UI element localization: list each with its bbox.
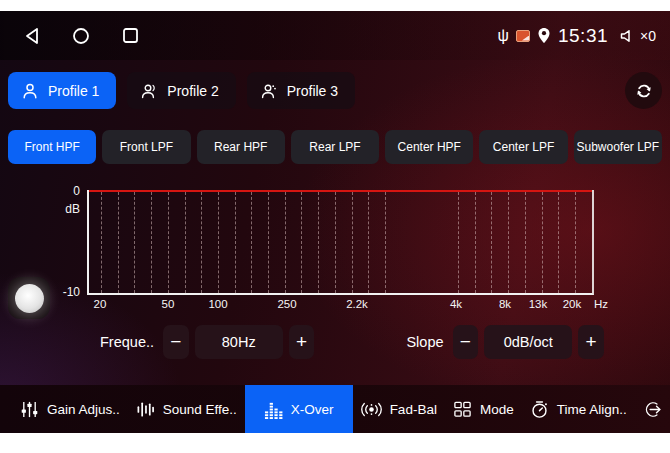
- home-circle-icon[interactable]: [71, 26, 91, 46]
- y-axis-bottom-label: -10: [50, 285, 80, 299]
- tab-center-lpf[interactable]: Center LPF: [479, 130, 567, 164]
- toolbar-gain-adjust[interactable]: Gain Adjus..: [12, 385, 128, 433]
- tab-front-hpf[interactable]: Front HPF: [8, 130, 96, 164]
- profile-1-button[interactable]: Profile 1: [8, 72, 116, 109]
- grid-line: [335, 192, 336, 293]
- toolbar-label: Time Align..: [557, 402, 627, 417]
- mode-grid-icon: [453, 400, 472, 419]
- y-axis-unit-label: dB: [54, 202, 80, 216]
- toolbar-sound-effect[interactable]: Sound Effe..: [128, 385, 245, 433]
- tab-center-hpf[interactable]: Center HPF: [385, 130, 473, 164]
- y-axis-top-label: 0: [58, 184, 80, 198]
- grid-line: [134, 192, 135, 293]
- grid-line: [368, 192, 369, 293]
- grid-line: [201, 192, 202, 293]
- x-tick: 20k: [563, 298, 582, 310]
- crossover-response-plot: [87, 190, 594, 295]
- toolbar-mode[interactable]: Mode: [445, 385, 522, 433]
- toolbar-return[interactable]: Return: [635, 385, 670, 433]
- toolbar-label: X-Over: [291, 402, 334, 417]
- head-unit-screen: ψ 15:31 ×0 Profile 1 Profile 2: [0, 11, 670, 433]
- grid-line: [218, 192, 219, 293]
- back-icon[interactable]: [22, 26, 42, 46]
- grid-line: [475, 192, 476, 293]
- x-tick: 8k: [499, 298, 511, 310]
- tab-rear-lpf[interactable]: Rear LPF: [291, 130, 379, 164]
- sound-effect-eq-icon: [136, 400, 155, 419]
- x-tick: 250: [277, 298, 296, 310]
- android-nav-buttons: [0, 26, 140, 46]
- slope-label: Slope: [406, 334, 443, 350]
- frequency-plus-button[interactable]: +: [289, 325, 315, 359]
- toolbar-label: Gain Adjus..: [47, 402, 120, 417]
- grid-line: [285, 192, 286, 293]
- x-tick: 4k: [450, 298, 462, 310]
- recents-square-icon[interactable]: [120, 26, 140, 46]
- slope-minus-button[interactable]: −: [453, 325, 479, 359]
- slope-plus-button[interactable]: +: [578, 325, 604, 359]
- refresh-sync-icon[interactable]: [625, 72, 662, 109]
- x-tick-labels: 20501002502.2k4k8k13k20kHz: [87, 298, 627, 314]
- status-icons: ψ 15:31 ×0: [498, 25, 670, 47]
- screenshot-mini-icon: [516, 30, 530, 42]
- xover-equalizer-icon: [264, 400, 283, 419]
- x-tick: 20: [94, 298, 107, 310]
- x-tick: Hz: [594, 298, 608, 310]
- x-tick: 2.2k: [346, 298, 368, 310]
- fader-balance-icon: [361, 400, 382, 419]
- profile-label: Profile 3: [287, 83, 338, 99]
- grid-line: [491, 192, 492, 293]
- grid-line: [385, 192, 386, 293]
- profile-label: Profile 1: [48, 83, 99, 99]
- grid-line: [268, 192, 269, 293]
- person-icon: [260, 82, 278, 100]
- person-icon: [21, 82, 39, 100]
- x-tick: 13k: [529, 298, 548, 310]
- volume-mute-count: ×0: [640, 28, 656, 44]
- grid-line: [558, 192, 559, 293]
- grid-line: [458, 192, 459, 293]
- knob-dial[interactable]: [15, 284, 44, 313]
- adjustment-knob[interactable]: [8, 277, 50, 319]
- tab-rear-hpf[interactable]: Rear HPF: [197, 130, 285, 164]
- grid-line: [151, 192, 152, 293]
- profile-2-button[interactable]: Profile 2: [127, 72, 235, 109]
- time-align-clock-icon: [530, 400, 549, 419]
- gain-sliders-icon: [20, 400, 39, 419]
- profile-row: Profile 1 Profile 2 Profile 3: [8, 72, 662, 109]
- person-icon: [140, 82, 158, 100]
- toolbar-label: Fad-Bal: [390, 402, 437, 417]
- grid-line: [168, 192, 169, 293]
- crossover-controls: Freque.. − 80Hz + Slope − 0dB/oct +: [100, 325, 610, 359]
- toolbar-label: Mode: [480, 402, 514, 417]
- return-arrow-icon: [643, 400, 663, 419]
- frequency-label: Freque..: [100, 334, 154, 350]
- grid-line: [525, 192, 526, 293]
- toolbar-label: Sound Effe..: [163, 402, 237, 417]
- grid-line: [251, 192, 252, 293]
- toolbar-time-align[interactable]: Time Align..: [522, 385, 635, 433]
- bottom-toolbar: Gain Adjus.. Sound Effe..: [0, 385, 670, 433]
- grid-line: [352, 192, 353, 293]
- slope-value: 0dB/oct: [484, 325, 572, 359]
- grid-line: [185, 192, 186, 293]
- profile-3-button[interactable]: Profile 3: [247, 72, 355, 109]
- speaker-mute-icon: [619, 28, 635, 44]
- crossover-filter-tabs: Front HPF Front LPF Rear HPF Rear LPF Ce…: [8, 130, 662, 164]
- grid-line: [118, 192, 119, 293]
- toolbar-xover[interactable]: X-Over: [245, 385, 353, 433]
- usb-icon: ψ: [498, 28, 509, 44]
- x-tick: 50: [162, 298, 175, 310]
- grid-line: [301, 192, 302, 293]
- frequency-value: 80Hz: [195, 325, 283, 359]
- grid-line: [575, 192, 576, 293]
- frequency-minus-button[interactable]: −: [163, 325, 189, 359]
- toolbar-fad-bal[interactable]: Fad-Bal: [353, 385, 445, 433]
- tab-subwoofer-lpf[interactable]: Subwoofer LPF: [574, 130, 662, 164]
- status-bar: ψ 15:31 ×0: [0, 11, 670, 60]
- grid-line: [235, 192, 236, 293]
- grid-line: [101, 192, 102, 293]
- grid-line: [542, 192, 543, 293]
- x-tick: 100: [208, 298, 227, 310]
- tab-front-lpf[interactable]: Front LPF: [102, 130, 190, 164]
